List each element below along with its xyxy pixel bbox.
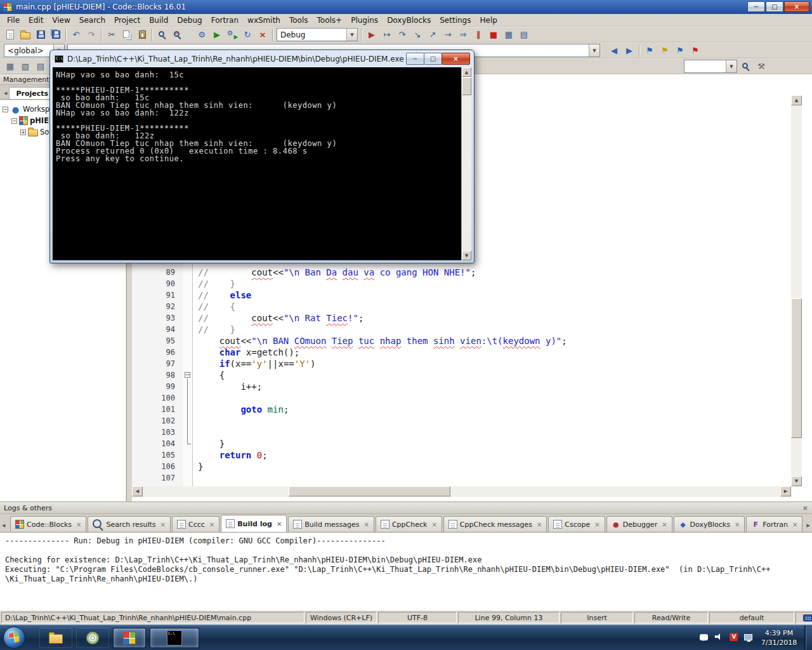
tray-volume-icon[interactable] (714, 633, 723, 642)
step-into-button[interactable]: ↘ (410, 27, 425, 42)
tray-network-icon[interactable] (744, 633, 752, 642)
close-tab-icon[interactable]: × (364, 521, 369, 528)
save-all-button[interactable] (48, 27, 63, 42)
stop-debugger-button[interactable]: ■ (486, 27, 501, 42)
menu-doxyblocks[interactable]: DoxyBlocks (383, 14, 435, 27)
horizontal-scroll-thumb[interactable] (289, 486, 450, 496)
tab-projects[interactable]: Projects (9, 87, 55, 99)
save-button[interactable] (33, 27, 48, 42)
close-tab-icon[interactable]: × (76, 521, 81, 528)
tab-cppcheck[interactable]: CppCheck× (376, 516, 442, 532)
paste-button[interactable] (134, 27, 150, 42)
abort-build-button[interactable]: × (255, 27, 270, 42)
menu-file[interactable]: File (3, 14, 24, 27)
logs-tabs-scroll-left-icon[interactable]: ◀ (2, 523, 5, 528)
new-file-button[interactable] (3, 27, 18, 42)
step-out-button[interactable]: ↗ (425, 27, 440, 42)
console-scroll-down-icon[interactable]: ▼ (462, 251, 471, 260)
taskbar-clock[interactable]: 4:39 PM 7/31/2018 (756, 628, 802, 647)
console-scrollbar[interactable]: ▲ ▼ (461, 67, 471, 260)
menu-wxsmith[interactable]: wxSmith (243, 14, 285, 27)
close-tab-icon[interactable]: × (537, 521, 542, 528)
build-button[interactable]: ⚙ (194, 27, 209, 42)
scroll-up-icon[interactable]: ▲ (791, 95, 802, 105)
cut-button[interactable]: ✂ (104, 27, 119, 42)
close-tab-icon[interactable]: × (792, 521, 797, 528)
open-file-button[interactable] (18, 27, 33, 42)
editor-vertical-scrollbar[interactable]: ▲ ▼ (791, 95, 802, 486)
tab-build-messages[interactable]: Build messages× (288, 516, 374, 532)
rebuild-button[interactable]: ↻ (240, 27, 255, 42)
build-and-run-button[interactable] (225, 27, 240, 42)
debugger-info-button[interactable]: ▤ (516, 27, 532, 42)
taskbar-console-button[interactable] (150, 628, 199, 648)
next-bookmark-button[interactable]: ⚑ (672, 43, 688, 58)
menu-search[interactable]: Search (75, 14, 110, 27)
collapse-icon[interactable]: − (3, 107, 8, 112)
show-desktop-button[interactable] (804, 625, 812, 650)
menu-project[interactable]: Project (110, 14, 145, 27)
menu-help[interactable]: Help (475, 14, 501, 27)
debugging-windows-button[interactable]: ▦ (501, 27, 516, 42)
vertical-scroll-thumb[interactable] (791, 298, 802, 438)
close-tab-icon[interactable]: × (160, 521, 166, 528)
logs-tabs-scroll-right-icon[interactable]: ▶ (807, 523, 810, 528)
start-button[interactable] (3, 627, 25, 649)
menu-plugins[interactable]: Plugins (346, 14, 383, 27)
tab-cccc[interactable]: Cccc× (172, 516, 219, 532)
tab-search-results[interactable]: Search results× (88, 516, 171, 532)
tab-build-log[interactable]: Build log× (221, 515, 287, 532)
tool-hatch-button[interactable]: ▧ (18, 59, 33, 74)
search-scope-combo[interactable]: ▼ (684, 60, 737, 73)
taskbar-explorer-button[interactable] (39, 628, 72, 648)
menu-debug[interactable]: Debug (173, 14, 206, 27)
console-maximize-button[interactable]: □ (424, 53, 442, 65)
tab-cscope[interactable]: Cscope× (548, 516, 605, 532)
nav-back-button[interactable]: ◀ (606, 43, 622, 58)
close-tab-icon[interactable]: × (209, 521, 214, 528)
replace-button[interactable] (170, 27, 185, 42)
tab-fortran[interactable]: FFortran× (746, 516, 802, 532)
close-tab-icon[interactable]: × (594, 521, 599, 528)
next-line-button[interactable]: ↷ (395, 27, 410, 42)
console-scroll-thumb[interactable] (462, 77, 471, 95)
tab-cppcheck-messages[interactable]: CppCheck messages× (443, 516, 547, 532)
console-close-button[interactable]: × (442, 53, 470, 65)
step-into-instruction-button[interactable]: ⇒ (455, 27, 471, 42)
settings-button[interactable]: ⚒ (754, 59, 769, 74)
break-debugger-button[interactable]: ‖ (471, 27, 486, 42)
close-logs-icon[interactable]: × (802, 504, 808, 512)
console-minimize-button[interactable]: − (406, 53, 424, 65)
scroll-down-icon[interactable]: ▼ (791, 476, 802, 486)
taskbar-codeblocks-button[interactable] (113, 628, 146, 648)
tray-unikey-icon[interactable] (730, 633, 738, 643)
run-button[interactable]: ▶ (209, 27, 225, 42)
nav-forward-button[interactable]: ▶ (622, 43, 637, 58)
menu-build[interactable]: Build (145, 14, 173, 27)
copy-button[interactable] (119, 27, 134, 42)
build-target-combo[interactable]: Debug▼ (277, 28, 358, 41)
console-window[interactable]: D:\Lap_Trinh\C++\Ki_Thuat_Lap_Trinh\Re_n… (49, 50, 475, 263)
fold-collapse-icon[interactable]: − (185, 372, 190, 378)
console-scroll-up-icon[interactable]: ▲ (462, 67, 471, 77)
close-tab-icon[interactable]: × (431, 521, 436, 528)
tab-doxyblocks[interactable]: ◆DoxyBlocks× (674, 516, 745, 532)
close-button[interactable]: × (784, 1, 809, 12)
close-tab-icon[interactable]: × (277, 521, 282, 527)
expand-icon[interactable]: + (20, 129, 26, 135)
collapse-icon[interactable]: − (11, 118, 17, 124)
prev-bookmark-button[interactable]: ⚑ (642, 43, 657, 58)
scroll-left-icon[interactable]: ◀ (132, 486, 143, 496)
scroll-right-icon[interactable]: ▶ (780, 486, 791, 496)
undo-button[interactable]: ↶ (69, 27, 84, 42)
incremental-search-button[interactable] (738, 59, 754, 74)
redo-button[interactable]: ↷ (84, 27, 99, 42)
tool-rows-button[interactable]: ▤ (33, 59, 48, 74)
toggle-bookmark-button[interactable]: ⚑ (657, 43, 672, 58)
clear-bookmarks-button[interactable]: ⚑ (688, 43, 703, 58)
run-to-cursor-button[interactable]: ↦ (379, 27, 395, 42)
menu-edit[interactable]: Edit (24, 14, 48, 27)
menu-view[interactable]: View (48, 14, 74, 27)
menu-tools[interactable]: Tools (285, 14, 313, 27)
maximize-button[interactable]: □ (766, 1, 783, 12)
